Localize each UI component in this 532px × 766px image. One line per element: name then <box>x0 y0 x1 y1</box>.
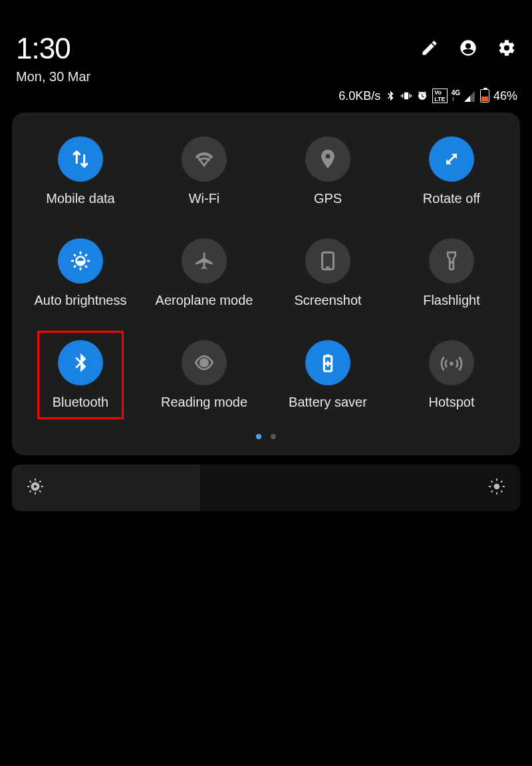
tile-label: Flashlight <box>423 293 480 308</box>
tile-bluetooth[interactable]: Bluetooth <box>19 340 142 410</box>
svg-line-20 <box>30 481 31 482</box>
tile-label: Rotate off <box>423 191 480 206</box>
brightness-high-icon <box>488 478 505 498</box>
svg-line-32 <box>501 481 502 482</box>
page-dot-2[interactable] <box>271 434 276 439</box>
svg-line-8 <box>85 254 87 256</box>
annotation-highlight <box>37 331 124 419</box>
svg-point-24 <box>494 484 500 490</box>
svg-rect-14 <box>327 354 329 357</box>
tile-label: GPS <box>314 191 342 206</box>
tile-flashlight[interactable]: Flashlight <box>390 238 513 308</box>
quick-settings-panel: Mobile dataWi-FiGPSRotate offAuto bright… <box>12 112 520 455</box>
rotate-icon <box>429 136 474 182</box>
tile-wifi[interactable]: Wi-Fi <box>142 136 266 206</box>
page-dot-1[interactable] <box>256 434 261 439</box>
svg-point-15 <box>450 362 454 366</box>
tile-label: Auto brightness <box>35 293 127 308</box>
auto-brightness-icon <box>58 238 103 284</box>
svg-line-5 <box>74 254 76 256</box>
svg-line-7 <box>74 266 76 268</box>
svg-line-31 <box>491 490 493 492</box>
svg-line-29 <box>491 481 493 482</box>
wifi-icon <box>182 136 227 182</box>
volte-badge: VoLTE <box>432 89 447 103</box>
svg-line-22 <box>30 490 31 492</box>
mobile-data-icon <box>58 136 103 182</box>
flashlight-icon <box>429 238 474 284</box>
clock-date: Mon, 30 Mar <box>16 69 90 85</box>
tile-aeroplane[interactable]: Aeroplane mode <box>142 238 266 308</box>
tile-label: Screenshot <box>294 293 361 308</box>
brightness-slider[interactable] <box>12 465 520 511</box>
svg-line-23 <box>39 481 41 482</box>
tile-gps[interactable]: GPS <box>266 136 390 206</box>
tile-reading-mode[interactable]: Reading mode <box>142 340 266 410</box>
tile-auto-brightness[interactable]: Auto brightness <box>19 238 142 308</box>
bluetooth-status-icon <box>384 90 396 102</box>
tile-label: Mobile data <box>46 191 114 206</box>
brightness-low-icon <box>27 478 44 498</box>
tile-label: Battery saver <box>289 395 367 410</box>
battery-saver-icon <box>305 340 350 385</box>
tile-screenshot[interactable]: Screenshot <box>266 238 390 308</box>
alarm-icon <box>416 90 428 102</box>
tile-hotspot[interactable]: Hotspot <box>390 340 513 410</box>
network-speed: 6.0KB/s <box>338 89 380 103</box>
account-icon[interactable] <box>459 39 477 57</box>
network-gen: 4G↕ <box>452 90 460 102</box>
svg-line-21 <box>39 490 41 492</box>
tile-label: Reading mode <box>161 395 247 410</box>
screenshot-icon <box>305 238 350 284</box>
battery-icon <box>480 89 489 102</box>
tile-battery-saver[interactable]: Battery saver <box>266 340 390 410</box>
tile-label: Hotspot <box>429 395 475 410</box>
battery-percent: 46% <box>493 89 517 103</box>
tile-mobile-data[interactable]: Mobile data <box>19 136 142 206</box>
aeroplane-icon <box>182 238 227 284</box>
settings-icon[interactable] <box>497 39 516 57</box>
hotspot-icon <box>429 340 474 385</box>
tile-label: Aeroplane mode <box>156 293 253 308</box>
tile-rotate[interactable]: Rotate off <box>390 136 513 206</box>
edit-icon[interactable] <box>420 39 439 57</box>
status-indicators: 6.0KB/s VoLTE 4G↕ 46% <box>0 85 532 112</box>
reading-mode-icon <box>182 340 227 385</box>
svg-line-6 <box>85 266 87 268</box>
gps-icon <box>305 136 350 182</box>
vibrate-icon <box>400 90 412 102</box>
clock-time: 1:30 <box>16 32 90 65</box>
page-indicator <box>19 434 513 439</box>
signal-icon <box>464 90 476 102</box>
tile-label: Wi-Fi <box>189 191 220 206</box>
svg-line-30 <box>501 490 502 492</box>
